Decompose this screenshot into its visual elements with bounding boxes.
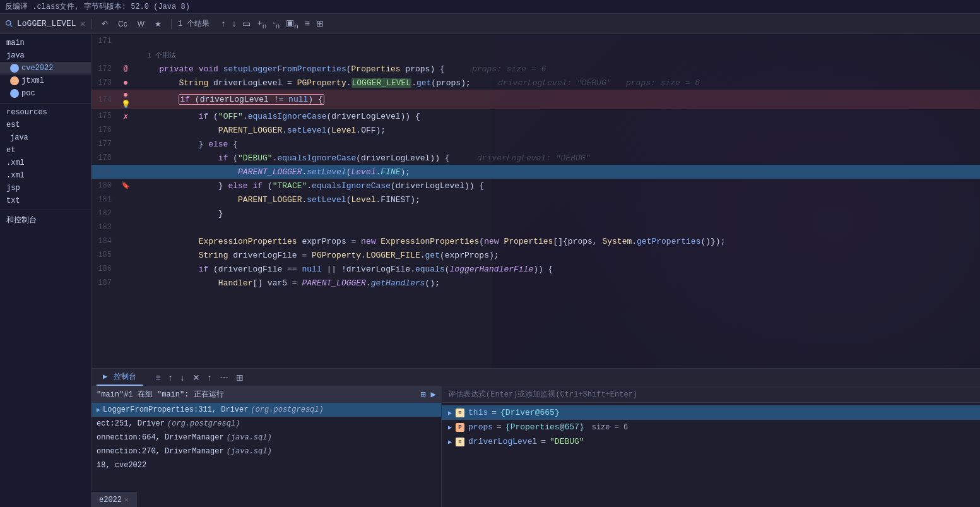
code-scroll[interactable]: 171 1 个用法 172 @ private void s: [92, 34, 980, 507]
search-filter-btn[interactable]: ⊞: [314, 17, 326, 30]
search-nav-down-btn[interactable]: ↓: [229, 17, 239, 30]
sidebar: main java cve2022 jtxml poc resources es…: [0, 34, 92, 507]
code-line-173[interactable]: 173 ● String driverLogLevel = PGProperty…: [92, 76, 980, 90]
var-item-props[interactable]: ▶ P props = {Properties@657} size = 6: [442, 420, 980, 434]
thread-item-4[interactable]: 18, cve2022: [92, 458, 441, 472]
code-line-180[interactable]: 180 🔖 } else if ("TRACE".equalsIgnoreCas…: [92, 179, 980, 193]
sidebar-item-poc[interactable]: poc: [0, 87, 91, 100]
window-tab-close[interactable]: ✕: [124, 496, 129, 504]
filter-icon[interactable]: ⊞: [420, 389, 425, 400]
debug-toolbar-btn4[interactable]: ✕: [190, 371, 203, 384]
code-line-185[interactable]: 185 String driverLogFile = PGProperty.LO…: [92, 248, 980, 262]
code-line-176[interactable]: 176 PARENT_LOGGER.setLevel(Level.OFF);: [92, 123, 980, 137]
search-nav-toolbar: ↑ ↓ ▭ +n -n ▣n ≡ ⊞: [218, 16, 326, 31]
code-line-181[interactable]: 181 PARENT_LOGGER.setLevel(Level.FINEST)…: [92, 193, 980, 206]
eval-bar[interactable]: 评估表达式(Enter)或添加监视(Ctrl+Shift+Enter): [442, 386, 980, 403]
sidebar-item-xml2[interactable]: .xml: [0, 169, 91, 182]
tab-console[interactable]: ▶ 控制台: [97, 369, 143, 386]
search-rect-btn[interactable]: ▭: [240, 17, 253, 30]
code-line-183[interactable]: 183: [92, 220, 980, 234]
sidebar-item-controls[interactable]: 和控制台: [0, 213, 91, 227]
search-sub3-btn[interactable]: ▣n: [283, 16, 300, 31]
sidebar-divider2: [0, 210, 91, 210]
code-line-174[interactable]: 174 ● 💡 if (driverLogLevel != null) {: [92, 90, 980, 109]
debug-toolbar-btn1[interactable]: ≡: [153, 371, 163, 384]
search-sub1-btn[interactable]: +n: [254, 16, 269, 31]
var-expand-driverloglevel[interactable]: ▶: [448, 438, 452, 446]
search-sub2-btn[interactable]: -n: [270, 16, 282, 31]
svg-line-1: [10, 25, 12, 27]
line-num-175: 175: [92, 109, 117, 123]
bottom-layout: "main"#1 在组 "main": 正在运行 ⊞ ▶ ▶ LoggerFro…: [92, 386, 980, 507]
code-line-187[interactable]: 187 Handler[] var5 = PARENT_LOGGER.getHa…: [92, 276, 980, 290]
thread-name-3: onnection:270, DriverManager: [97, 447, 224, 456]
line-gutter-185: [117, 248, 134, 262]
sidebar-item-jtxml[interactable]: jtxml: [0, 75, 91, 87]
debug-toolbar-btn2[interactable]: ↑: [166, 371, 175, 384]
code-area: 171 1 个用法 172 @ private void s: [92, 34, 980, 507]
line-num-173: 173: [92, 76, 117, 90]
sidebar-item-txt[interactable]: txt: [0, 194, 91, 207]
line-gutter-184: [117, 234, 134, 248]
line-num-180: 180: [92, 179, 117, 193]
search-close-btn[interactable]: ✕: [80, 18, 85, 29]
var-expand-props[interactable]: ▶: [448, 424, 452, 431]
expand-icon[interactable]: ▶: [431, 389, 436, 400]
debug-toolbar-btn7[interactable]: ⊞: [233, 371, 246, 384]
var-expand-this[interactable]: ▶: [448, 409, 452, 417]
thread-list: ▶ LoggerFromProperties:311, Driver (org.…: [92, 403, 441, 507]
sidebar-section-main: main java cve2022 jtxml poc resources es…: [0, 34, 91, 230]
thread-item-0[interactable]: ▶ LoggerFromProperties:311, Driver (org.…: [92, 403, 441, 417]
debug-toolbar-btn3[interactable]: ↓: [178, 371, 187, 384]
line-code-182: }: [134, 206, 980, 220]
sidebar-item-resources[interactable]: resources: [0, 106, 91, 119]
line-code-183: [134, 220, 980, 234]
line-gutter-usage: [117, 48, 134, 62]
line-code-181: PARENT_LOGGER.setLevel(Level.FINEST);: [134, 193, 980, 206]
sidebar-item-cve2022[interactable]: cve2022: [0, 62, 91, 75]
search-undo-btn[interactable]: ↶: [98, 18, 111, 30]
line-code-172: private void setupLoggerFromProperties(P…: [134, 62, 980, 76]
line-code-187: Handler[] var5 = PARENT_LOGGER.getHandle…: [134, 276, 980, 290]
window-tab-e2022[interactable]: e2022 ✕: [92, 492, 137, 507]
code-line-177[interactable]: 177 } else {: [92, 137, 980, 151]
sidebar-item-jsp[interactable]: jsp: [0, 182, 91, 194]
sidebar-item-java2[interactable]: java: [0, 131, 91, 144]
thread-item-3[interactable]: onnection:270, DriverManager (java.sql): [92, 444, 441, 458]
code-line-186[interactable]: 186 if (driverLogFile == null || !driver…: [92, 262, 980, 276]
breakpoint-173: ●: [123, 78, 128, 88]
line-num-181: 181: [92, 193, 117, 206]
line-gutter-177: [117, 137, 134, 151]
decompile-notice: 反编译 .class文件, 字节码版本: 52.0 (Java 8): [5, 1, 190, 12]
code-line-172[interactable]: 172 @ private void setupLoggerFromProper…: [92, 62, 980, 76]
code-line-182[interactable]: 182 }: [92, 206, 980, 220]
sidebar-item-est[interactable]: est: [0, 119, 91, 131]
sidebar-item-main[interactable]: main: [0, 37, 91, 49]
search-nav-up-btn[interactable]: ↑: [218, 17, 228, 30]
line-gutter-186: [117, 262, 134, 276]
var-item-this[interactable]: ▶ ≡ this = {Driver@665}: [442, 405, 980, 420]
thread-name-1: ect:251, Driver: [97, 419, 165, 428]
var-val-this: {Driver@665}: [500, 408, 560, 417]
code-line-184[interactable]: 184 ExpressionProperties exprProps = new…: [92, 234, 980, 248]
var-item-driverloglevel[interactable]: ▶ ≡ driverLogLevel = "DEBUG": [442, 434, 980, 449]
sidebar-item-et[interactable]: et: [0, 144, 91, 157]
code-line-171[interactable]: 171: [92, 34, 980, 48]
thread-item-2[interactable]: onnection:664, DriverManager (java.sql): [92, 431, 441, 444]
thread-item-1[interactable]: ect:251, Driver (org.postgresql): [92, 417, 441, 431]
debug-toolbar-btn5[interactable]: ↑: [205, 371, 215, 384]
search-star-btn[interactable]: ★: [151, 18, 165, 30]
debug-toolbar-btn6[interactable]: ⋯: [217, 371, 231, 384]
search-cc-btn[interactable]: Cc: [115, 18, 131, 30]
search-w-btn[interactable]: W: [134, 18, 148, 30]
line-gutter-179: [117, 165, 134, 179]
variables-list: ▶ ≡ this = {Driver@665} ▶ P props: [442, 403, 980, 507]
code-line-178[interactable]: 178 if ("DEBUG".equalsIgnoreCase(driverL…: [92, 151, 980, 165]
code-line-179[interactable]: 179 PARENT_LOGGER.setLevel(Level.FINE);: [92, 165, 980, 179]
sidebar-item-java[interactable]: java: [0, 49, 91, 62]
code-line-175[interactable]: 175 ✗ if ("OFF".equalsIgnoreCase(driverL…: [92, 109, 980, 123]
search-bar-btn[interactable]: ≡: [302, 17, 312, 30]
search-bar: LoGGER_LEVEL ✕ ↶ Cc W ★ 1 个结果 ↑ ↓ ▭ +n -…: [0, 14, 980, 34]
sidebar-item-xml1[interactable]: .xml: [0, 157, 91, 169]
line-gutter-171: [117, 34, 134, 48]
